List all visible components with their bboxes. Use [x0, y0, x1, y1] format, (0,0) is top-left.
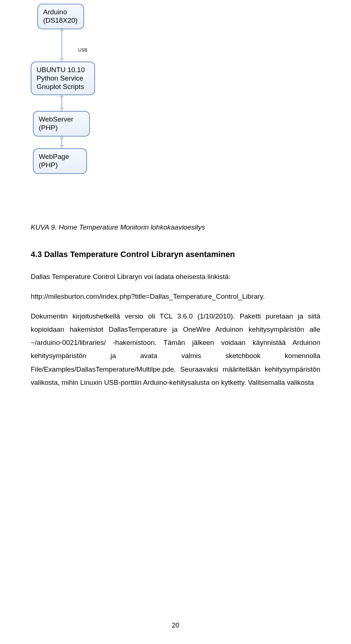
page-number: 20 — [0, 622, 351, 629]
connector-arrow-2-icon — [60, 94, 64, 111]
node4-line1: WebPage — [39, 153, 81, 161]
diagram-node-arduino: Arduino (DS18X20) — [37, 4, 84, 29]
diagram-node-webpage: WebPage (PHP) — [33, 148, 87, 174]
usb-label: USB — [78, 48, 87, 53]
node3-line1: WebServer — [39, 115, 84, 124]
node4-line2: (PHP) — [39, 161, 81, 170]
section-heading: 4.3 Dallas Temperature Control Libraryn … — [31, 250, 320, 259]
node2-line1: UBUNTU 10.10 — [37, 66, 89, 74]
paragraph-intro: Dallas Temperature Control Libraryn voi … — [31, 270, 320, 283]
connector-arrow-1-icon — [60, 28, 64, 62]
library-link[interactable]: http://milesburton.com/index.php?title=D… — [31, 293, 263, 300]
paragraph-body: Dokumentin kirjoitushetkellä versio oli … — [31, 310, 320, 389]
diagram-node-webserver: WebServer (PHP) — [33, 111, 90, 137]
node2-line3: Gnuplot Scripts — [37, 83, 89, 91]
link-period: . — [263, 293, 265, 300]
figure-caption: KUVA 9. Home Temperature Monitorin lohko… — [31, 223, 351, 231]
node3-line2: (PHP) — [39, 124, 84, 132]
diagram-node-ubuntu: UBUNTU 10.10 Python Service Gnuplot Scri… — [31, 62, 95, 95]
link-line: http://milesburton.com/index.php?title=D… — [31, 290, 320, 303]
node1-line2: (DS18X20) — [43, 16, 78, 25]
node2-line2: Python Service — [37, 74, 89, 83]
node1-line1: Arduino — [43, 8, 78, 16]
connector-arrow-3-icon — [60, 135, 64, 148]
architecture-diagram: Arduino (DS18X20) USB UBUNTU 10.10 Pytho… — [31, 0, 140, 212]
document-page: Arduino (DS18X20) USB UBUNTU 10.10 Pytho… — [0, 0, 351, 644]
